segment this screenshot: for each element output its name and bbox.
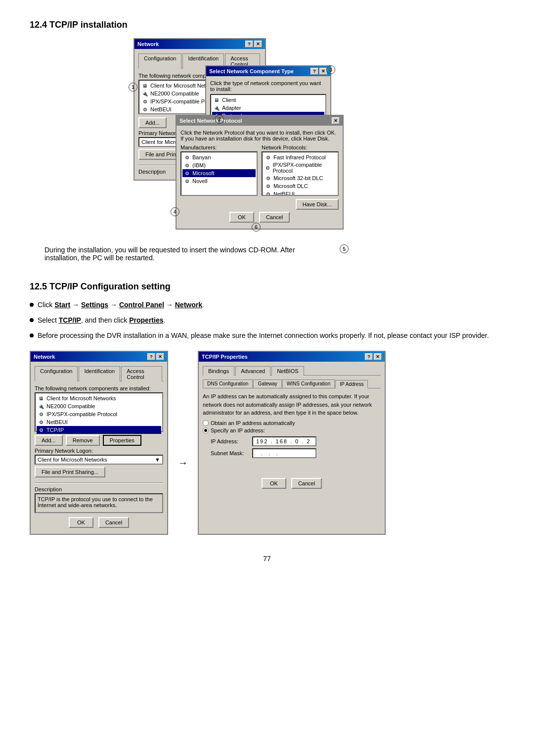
protocols-list[interactable]: ⚙Fast Infrared Protocol ⚙IPX/SPX-compati…: [262, 151, 339, 196]
tcpip-titlebar-btns: ? ✕: [365, 353, 382, 360]
section-124-title: 12.4 TCP/IP installation: [30, 20, 504, 30]
badge-1: 1: [129, 83, 137, 92]
adapter-icon: 🔌: [213, 104, 220, 111]
help-btn-type[interactable]: ?: [311, 68, 318, 75]
dialogs-125-container: Network ? ✕ Configuration Identification…: [30, 351, 504, 535]
close-btn-124[interactable]: ✕: [254, 41, 262, 47]
network-titlebar-125: Network ? ✕: [31, 352, 167, 362]
properties-btn-125[interactable]: Properties: [103, 435, 141, 446]
tab-ident-125[interactable]: Identification: [79, 366, 120, 381]
network-title-125: Network: [34, 354, 55, 360]
tcpip-ok-btn[interactable]: OK: [262, 478, 286, 489]
subnet-row: Subnet Mask: . . .: [211, 448, 381, 458]
ms32dlc-icon: ⚙: [265, 175, 271, 182]
select-protocol-content: Click the Network Protocol that you want…: [177, 126, 343, 229]
network-titlebar-btns-125: ? ✕: [147, 353, 164, 360]
ip-value: 192 . 168 . 0 . 2: [256, 438, 311, 444]
page-number: 77: [30, 555, 504, 563]
tab-ip-address[interactable]: IP Address: [335, 380, 368, 388]
netbeui-icon-125: ⚙: [38, 419, 44, 425]
link-tcpip: TCP/IP: [59, 316, 81, 324]
type-adapter: 🔌Adapter: [212, 104, 324, 112]
tab-configuration-124[interactable]: Configuration: [138, 53, 181, 69]
proto-ipx: ⚙IPX/SPX-compatible Protocol: [264, 161, 337, 174]
badge-3: 3: [326, 65, 335, 74]
banyan-icon: ⚙: [183, 154, 190, 161]
manufacturers-list[interactable]: ⚙ Banyan ⚙ (IBM) ⚙ Microsoft: [180, 151, 258, 196]
item-netbeui-125: ⚙ NetBEUI: [37, 418, 161, 426]
tcpip-titlebar: TCP/IP Properties ? ✕: [199, 352, 385, 362]
mfr-banyan: ⚙ Banyan: [182, 153, 256, 161]
help-btn-tcpip[interactable]: ?: [365, 353, 373, 360]
ipx-icon-125: ⚙: [38, 411, 44, 418]
badge-6: 6: [252, 223, 261, 232]
login-dropdown-125[interactable]: Client for Microsoft Networks ▼: [35, 455, 163, 465]
radio-auto[interactable]: Obtain an IP address automatically: [203, 420, 381, 426]
section-125-title: 12.5 TCP/IP Configuration setting: [30, 282, 504, 292]
close-btn-tcpip[interactable]: ✕: [374, 353, 382, 360]
ip-input[interactable]: 192 . 168 . 0 . 2: [252, 436, 316, 446]
help-btn-125[interactable]: ?: [147, 353, 155, 360]
manufacturers-label: Manufacturers:: [180, 144, 258, 150]
bullet-dot-2: [30, 318, 34, 322]
ok-cancel-row: 6 OK Cancel: [180, 212, 339, 223]
select-protocol-btns: ✕: [332, 117, 340, 124]
bullet-dot-3: [30, 333, 34, 337]
desc-label-125: Description: [35, 486, 163, 492]
item-ipx-125: ⚙ IPX/SPX-compatible Protocol: [37, 410, 161, 418]
tab-access-125[interactable]: Access Control: [121, 366, 162, 381]
network-titlebar-buttons-124: ? ✕: [245, 41, 262, 47]
protocol-desc: Click the Network Protocol that you want…: [180, 130, 339, 142]
file-sharing-btn-125[interactable]: File and Print Sharing...: [35, 467, 105, 477]
havedisk-row: Have Disk...: [180, 199, 339, 210]
ip-address-row: IP Address: 192 . 168 . 0 . 2: [211, 436, 381, 446]
network-list-125[interactable]: 🖥 Client for Microsoft Networks 🔌 NE2000…: [35, 392, 163, 432]
tab-netbios[interactable]: NetBIOS: [271, 366, 304, 376]
subnet-value: . . .: [256, 450, 279, 456]
subnet-input[interactable]: . . .: [252, 448, 316, 458]
add-btn-125[interactable]: Add...: [35, 435, 63, 446]
close-btn-protocol[interactable]: ✕: [332, 117, 340, 124]
tcpip-icon-125: ⚙: [38, 426, 44, 433]
bullet-2-text: Select TCP/IP, and then click Properties…: [38, 315, 165, 326]
para2-124: installation, the PC will be restarted.: [44, 254, 504, 262]
close-btn-125[interactable]: ✕: [156, 353, 164, 360]
client-type-icon: 🖥: [213, 96, 220, 103]
tab-advanced[interactable]: Advanced: [235, 366, 270, 376]
client-icon: 🖥: [141, 82, 148, 89]
tcpip-cancel-btn[interactable]: Cancel: [291, 478, 322, 489]
help-btn-124[interactable]: ?: [245, 41, 253, 47]
ok-cancel-125: OK Cancel: [35, 517, 163, 528]
protocol-ok-button[interactable]: OK: [229, 212, 254, 223]
ipx-icon: ⚙: [141, 98, 148, 105]
link-network: Network: [175, 301, 202, 309]
divider-125: [35, 482, 163, 483]
bullet-1: Click Start → Settings → Control Panel →…: [30, 300, 504, 310]
ne2000-icon: 🔌: [141, 90, 148, 97]
protocols-label: Network Protocols:: [262, 144, 339, 150]
select-protocol-title: Select Network Protocol: [179, 118, 242, 124]
protocols-col: Network Protocols: ⚙Fast Infrared Protoc…: [262, 144, 339, 196]
tab-config-125[interactable]: Configuration: [35, 366, 78, 381]
network-title-124: Network: [137, 41, 159, 47]
radio-specify[interactable]: Specify an IP address:: [203, 427, 381, 433]
ok-btn-125[interactable]: OK: [69, 517, 93, 528]
protocol-cancel-button[interactable]: Cancel: [259, 212, 290, 223]
tab-gateway[interactable]: Gateway: [253, 379, 281, 388]
cancel-btn-125[interactable]: Cancel: [98, 517, 129, 528]
select-type-buttons: ? ✕: [311, 68, 327, 75]
tab-bindings[interactable]: Bindings: [203, 366, 234, 376]
radio-group-tcpip: Obtain an IP address automatically Speci…: [203, 420, 381, 433]
netbeui-icon: ⚙: [141, 106, 148, 113]
arrow-1: →: [72, 301, 81, 309]
tcpip-properties-dialog: TCP/IP Properties ? ✕ Bindings Advanced …: [198, 351, 386, 535]
ms-icon: ⚙: [183, 170, 190, 177]
badge-5: 5: [340, 244, 349, 253]
badge-2: 2: [215, 115, 224, 124]
remove-btn-125[interactable]: Remove: [66, 435, 100, 446]
select-type-title: Select Network Component Type: [209, 68, 294, 74]
tab-wins[interactable]: WINS Configuration: [282, 379, 335, 388]
tab-dns[interactable]: DNS Configuration: [203, 379, 253, 388]
add-button-124[interactable]: Add...: [138, 117, 167, 128]
have-disk-button[interactable]: Have Disk...: [296, 199, 339, 210]
